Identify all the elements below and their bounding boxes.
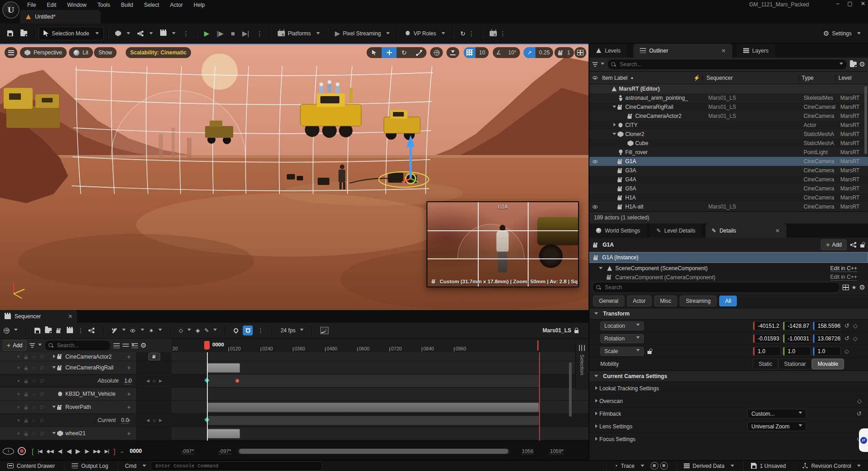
toolbar-overflow[interactable]	[179, 27, 193, 40]
expander-arrow[interactable]	[612, 186, 618, 191]
trace-store-icon[interactable]	[660, 462, 668, 470]
play-options[interactable]	[253, 27, 266, 40]
mobility-static-button[interactable]: Static	[753, 359, 778, 369]
blueprints-button[interactable]	[134, 27, 157, 40]
maximize-viewport-button[interactable]	[574, 47, 586, 58]
rotation-snap-value[interactable]: 10°	[505, 49, 520, 56]
keyframe-diamond-icon[interactable]: ◇	[844, 348, 849, 354]
sequencer-column-icon[interactable]: ⚡	[693, 75, 702, 81]
select-tool[interactable]	[367, 47, 382, 58]
location-x-field[interactable]: -40151.2	[753, 321, 781, 330]
playback-start-bracket[interactable]: [	[29, 447, 35, 455]
timeline-section-bar[interactable]	[207, 403, 539, 412]
auto-key-icon[interactable]: ◈	[196, 327, 200, 334]
keyframe-options-icon[interactable]: ◇	[179, 327, 183, 334]
close-icon[interactable]: ✕	[721, 48, 726, 54]
sequencer-track-row[interactable]: ▾ ∩ ∅ KB3D_MTM_Vehicle + ◀ ◇	[0, 388, 172, 401]
add-component-button[interactable]: +Add	[821, 239, 847, 250]
chevron-down-icon[interactable]	[601, 63, 604, 67]
view-options-icon[interactable]	[130, 328, 136, 334]
sequencer-track-row[interactable]: ▾ ∩ ∅ CineCameraActor2 + ◀ ◇	[0, 352, 172, 361]
next-key-icon[interactable]: ▶	[159, 379, 162, 383]
scale-dropdown[interactable]: Scale	[600, 347, 644, 356]
range-end-field[interactable]: 1056	[522, 448, 534, 454]
expander-arrow[interactable]	[612, 131, 618, 137]
transport-button[interactable]: ▶|	[103, 448, 111, 454]
sequencer-track-row[interactable]: ▾ ∩ ∅ CineCameraRigRail + ◀ ◇	[0, 361, 172, 374]
edit-in-cpp-link[interactable]: Edit in C++	[830, 274, 857, 281]
playback-options-icon[interactable]	[149, 327, 154, 334]
solo-headphones-icon[interactable]: ∩	[32, 391, 36, 397]
location-y-field[interactable]: -1428.87	[783, 321, 811, 330]
lookat-tracking-row[interactable]: Lookat Tracking Settings	[589, 382, 868, 395]
editor-mode-select[interactable]: Selection Mode	[39, 27, 104, 40]
frame-skip-button[interactable]: |▶	[213, 27, 227, 40]
insights-status-icon[interactable]	[651, 462, 658, 470]
menu-item[interactable]: Edit	[41, 2, 62, 8]
revision-control-dropdown[interactable]: Revision Control	[798, 461, 865, 471]
play-button[interactable]: ▶	[201, 27, 213, 40]
timeline-section-bar[interactable]	[207, 416, 539, 425]
transport-button[interactable]: |▶	[82, 448, 91, 454]
add-key-icon[interactable]: ◇	[153, 418, 156, 422]
column-type[interactable]: Type	[799, 75, 835, 81]
outliner-search[interactable]	[607, 59, 847, 70]
details-filter-button[interactable]: Misc	[654, 296, 677, 306]
gear-icon[interactable]	[859, 60, 865, 68]
pixel-streaming-dropdown[interactable]: ▶Pixel Streaming	[331, 27, 394, 40]
mute-icon[interactable]: ∅	[39, 391, 44, 397]
prev-key-icon[interactable]: ◀	[147, 379, 150, 383]
expander-arrow[interactable]	[52, 391, 57, 397]
add-actor-button[interactable]	[112, 27, 134, 40]
close-icon[interactable]: ✕	[775, 228, 780, 234]
sequencer-track-row[interactable]: ▾ ∩ ∅ RoverPath + ◀ ◇ ▶	[0, 401, 172, 414]
cmd-dropdown[interactable]: Cmd	[120, 461, 150, 471]
menu-item[interactable]: Actor	[165, 2, 188, 8]
location-dropdown[interactable]: Location	[600, 321, 644, 330]
transport-button[interactable]: ▶	[74, 447, 83, 455]
prev-key-icon[interactable]: ◀	[147, 418, 150, 422]
lock-icon[interactable]	[24, 394, 27, 397]
scale-snap-toggle[interactable]: ↗	[524, 47, 535, 58]
tab-layers[interactable]: Layers	[737, 44, 775, 58]
add-section-icon[interactable]: +	[127, 377, 131, 384]
expand-rows-icon[interactable]	[113, 343, 120, 348]
outliner-row[interactable]: H1A CineCamera MarsRT	[589, 193, 868, 202]
chevron-down-icon[interactable]	[122, 329, 126, 333]
pin-icon[interactable]: ▾	[17, 391, 20, 397]
close-icon[interactable]: ✕	[861, 0, 865, 7]
transport-button[interactable]: ◀|	[55, 448, 64, 454]
keyframe-diamond-icon[interactable]: ◇	[853, 322, 858, 329]
gear-icon[interactable]	[859, 283, 865, 291]
expander-arrow[interactable]	[52, 418, 57, 423]
add-key-icon[interactable]: ◇	[153, 379, 156, 383]
expander-arrow[interactable]	[622, 141, 628, 146]
menu-item[interactable]: Tools	[92, 2, 116, 8]
outliner-row[interactable]: CineCameraRigRail Mars01_LS CineCameraI …	[589, 102, 868, 112]
mute-icon[interactable]: ∅	[39, 418, 44, 423]
expander-arrow[interactable]	[612, 204, 618, 209]
details-search-input[interactable]	[604, 284, 836, 291]
solo-headphones-icon[interactable]: ∩	[32, 378, 36, 384]
transport-button[interactable]: ◆◀	[44, 448, 56, 454]
move-tool[interactable]	[382, 47, 397, 58]
favorites-star-icon[interactable]: ★	[852, 284, 857, 291]
reset-icon[interactable]: ↺	[844, 335, 849, 342]
details-filter-button[interactable]: All	[719, 296, 737, 306]
lock-icon[interactable]	[24, 356, 27, 359]
viewport-menu-button[interactable]	[5, 47, 17, 58]
menu-item[interactable]: Select	[138, 2, 164, 8]
tab-outliner[interactable]: Outliner✕	[633, 44, 732, 58]
cinematics-button[interactable]	[157, 27, 179, 40]
tab-world-settings[interactable]: World Settings	[589, 223, 647, 238]
outliner-row[interactable]: G1A CineCamera MarsRT	[589, 157, 868, 166]
tab-untitled[interactable]: Untitled*	[20, 10, 101, 24]
expander-arrow[interactable]	[52, 431, 57, 436]
expander-arrow[interactable]	[52, 365, 57, 370]
add-section-icon[interactable]: +	[127, 430, 131, 437]
outliner-row[interactable]: CITY Actor MarsRT	[589, 121, 868, 130]
camera-speed-value[interactable]: 1	[567, 49, 574, 56]
column-item-label[interactable]: Item Label▲	[601, 75, 693, 81]
outliner-row[interactable]: Cube StaticMeshA MarsRT	[589, 139, 868, 148]
chevron-down-icon[interactable]	[38, 344, 42, 348]
